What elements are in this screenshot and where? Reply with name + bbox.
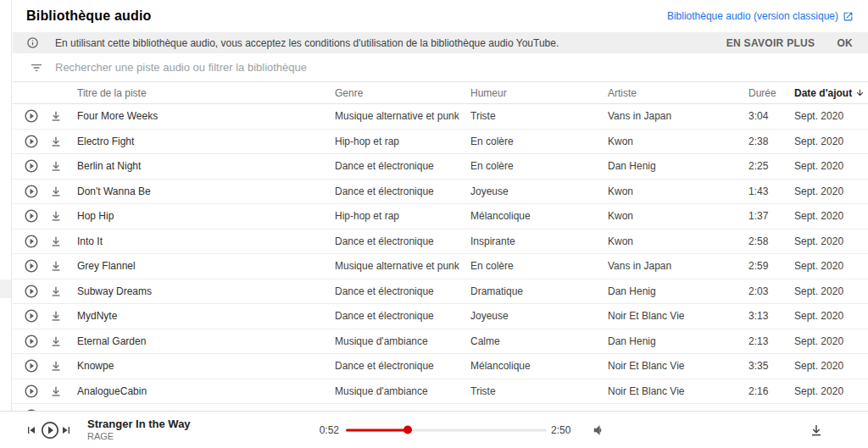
total-time: 2:50	[551, 424, 570, 436]
table-row[interactable]: Into It Dance et électronique Inspirante…	[13, 230, 868, 255]
track-duration-cell: 2:13	[748, 335, 794, 347]
track-artist-cell: Noir Et Blanc Vie	[608, 310, 748, 322]
download-current-track-button[interactable]	[810, 423, 823, 437]
column-header-title[interactable]: Titre de la piste	[62, 87, 335, 99]
track-title-cell: Don't Wanna Be	[62, 185, 335, 197]
track-date-cell: Sept. 2020	[794, 136, 868, 147]
download-track-button[interactable]	[50, 285, 62, 297]
track-artist-cell: Dan Henig	[608, 285, 748, 297]
next-track-button[interactable]	[59, 423, 73, 437]
play-track-button[interactable]	[24, 234, 39, 249]
download-track-button[interactable]	[50, 235, 62, 247]
track-genre-cell: Dance et électronique	[335, 310, 470, 322]
play-track-button[interactable]	[24, 358, 39, 373]
track-title-cell: Eternal Garden	[62, 335, 335, 347]
table-row[interactable]: AnalogueCabin Musique d'ambiance Triste …	[13, 379, 868, 405]
track-artist-cell: Dan Henig	[608, 335, 748, 347]
download-track-button[interactable]	[50, 185, 62, 197]
track-duration-cell: 2:03	[748, 285, 794, 297]
table-row[interactable]: Don't Wanna Be Dance et électronique Joy…	[13, 180, 868, 205]
track-duration-cell: 2:38	[748, 136, 794, 147]
track-artist-cell: Kwon	[608, 235, 748, 247]
previous-track-button[interactable]	[25, 423, 38, 437]
search-input[interactable]	[55, 61, 868, 74]
track-title-cell: MydNyte	[62, 310, 335, 322]
progress-fill	[346, 429, 408, 431]
table-row[interactable]: Four More Weeks Musique alternative et p…	[13, 104, 868, 130]
classic-version-link-label: Bibliothèque audio (version classique)	[667, 10, 838, 22]
play-pause-button[interactable]	[40, 420, 60, 440]
play-track-button[interactable]	[24, 308, 39, 324]
play-track-button[interactable]	[24, 184, 39, 199]
table-row[interactable]: MydNyte Dance et électronique Joyeuse No…	[13, 304, 868, 329]
column-header-genre[interactable]: Genre	[335, 87, 470, 99]
classic-version-link[interactable]: Bibliothèque audio (version classique)	[667, 10, 854, 22]
download-track-button[interactable]	[50, 335, 62, 347]
play-track-button[interactable]	[24, 384, 39, 399]
play-track-button[interactable]	[24, 208, 39, 224]
track-date-cell: Sept. 2020	[794, 210, 868, 222]
track-mood-cell: En colère	[470, 160, 608, 172]
table-row[interactable]: Subway Dreams Dance et électronique Dram…	[13, 279, 868, 305]
download-track-button[interactable]	[50, 360, 62, 372]
column-header-artist[interactable]: Artiste	[608, 87, 748, 99]
download-track-button[interactable]	[50, 160, 62, 172]
download-track-button[interactable]	[50, 136, 62, 147]
progress-bar[interactable]	[346, 429, 547, 431]
track-artist-cell: Dan Henig	[608, 160, 748, 172]
track-genre-cell: Dance et électronique	[335, 360, 470, 372]
track-date-cell: Sept. 2020	[794, 385, 868, 397]
search-bar	[13, 53, 868, 82]
play-track-button[interactable]	[24, 108, 39, 124]
track-date-cell: Sept. 2020	[794, 185, 868, 197]
table-row[interactable]: Grey Flannel Musique alternative et punk…	[13, 254, 868, 279]
track-duration-cell: 1:37	[748, 210, 794, 222]
column-header-duration[interactable]: Durée	[748, 87, 794, 99]
track-title-cell: Four More Weeks	[62, 110, 335, 122]
current-time: 0:52	[288, 424, 339, 436]
track-artist-cell: Kwon	[608, 185, 748, 197]
track-genre-cell: Dance et électronique	[335, 160, 470, 172]
track-duration-cell: 2:25	[748, 160, 794, 172]
page-title: Bibliothèque audio	[26, 8, 152, 24]
header: Bibliothèque audio Bibliothèque audio (v…	[13, 0, 868, 32]
table-row[interactable]: Eternal Garden Musique d'ambiance Calme …	[13, 329, 868, 355]
play-track-button[interactable]	[24, 134, 39, 149]
sort-arrow-down-icon	[855, 88, 865, 97]
play-track-button[interactable]	[24, 258, 39, 274]
track-duration-cell: 2:59	[748, 260, 794, 272]
track-duration-cell: 2:58	[748, 235, 794, 247]
gutter-highlight	[0, 279, 11, 298]
track-title-cell: Berlin at Night	[62, 160, 335, 172]
track-date-cell: Sept. 2020	[794, 335, 868, 347]
table-row[interactable]: Berlin at Night Dance et électronique En…	[13, 154, 868, 180]
table-row[interactable]: Electro Fight Hip-hop et rap En colère K…	[13, 130, 868, 155]
download-track-button[interactable]	[50, 110, 62, 122]
ok-button[interactable]: OK	[837, 37, 853, 49]
progress-knob[interactable]	[403, 426, 412, 434]
track-title-cell: Into It	[62, 235, 335, 247]
track-genre-cell: Musique alternative et punk	[335, 260, 470, 272]
play-track-button[interactable]	[24, 334, 39, 349]
play-track-button[interactable]	[24, 158, 39, 174]
table-row[interactable]: Hop Hip Hip-hop et rap Mélancolique Kwon…	[13, 204, 868, 230]
track-date-cell: Sept. 2020	[794, 285, 868, 297]
left-gutter	[0, 0, 12, 411]
track-duration-cell: 3:13	[748, 310, 794, 322]
track-artist-cell: Noir Et Blanc Vie	[608, 385, 748, 397]
column-header-mood[interactable]: Humeur	[470, 87, 608, 99]
track-artist-cell: Vans in Japan	[608, 260, 748, 272]
play-track-button[interactable]	[24, 284, 39, 299]
download-track-button[interactable]	[50, 310, 62, 322]
download-track-button[interactable]	[50, 260, 62, 272]
now-playing-artist: RAGE	[87, 431, 191, 443]
learn-more-button[interactable]: EN SAVOIR PLUS	[726, 37, 815, 49]
track-duration-cell: 2:16	[748, 385, 794, 397]
column-header-date-added[interactable]: Date d'ajout	[794, 87, 868, 99]
table-row[interactable]: Knowpe Dance et électronique Mélancoliqu…	[13, 354, 868, 379]
now-playing-title: Stranger In the Way	[87, 418, 191, 431]
download-track-button[interactable]	[50, 385, 62, 397]
download-track-button[interactable]	[50, 210, 62, 222]
volume-button[interactable]	[591, 423, 606, 438]
track-table: Four More Weeks Musique alternative et p…	[13, 104, 868, 404]
